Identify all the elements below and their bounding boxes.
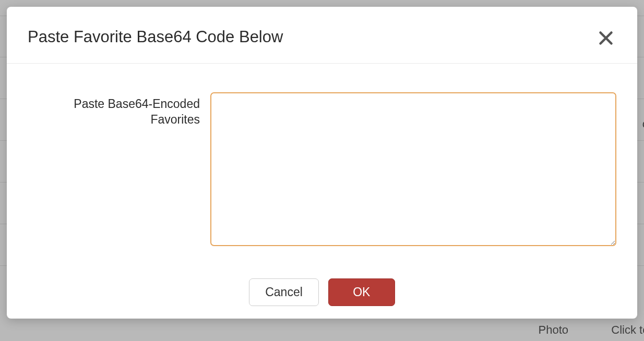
paste-favorite-modal: Paste Favorite Base64 Code Below Paste B… <box>7 7 637 319</box>
modal-header: Paste Favorite Base64 Code Below <box>7 7 637 64</box>
modal-body: Paste Base64-Encoded Favorites <box>7 64 637 264</box>
textarea-wrapper <box>210 92 616 248</box>
close-icon <box>597 29 615 47</box>
modal-title: Paste Favorite Base64 Code Below <box>28 28 283 46</box>
base64-textarea[interactable] <box>210 92 616 246</box>
ok-button[interactable]: OK <box>328 278 395 306</box>
close-button[interactable] <box>595 28 616 48</box>
modal-footer: Cancel OK <box>7 264 637 322</box>
base64-label: Paste Base64-Encoded Favorites <box>28 92 200 248</box>
cancel-button[interactable]: Cancel <box>249 278 319 306</box>
